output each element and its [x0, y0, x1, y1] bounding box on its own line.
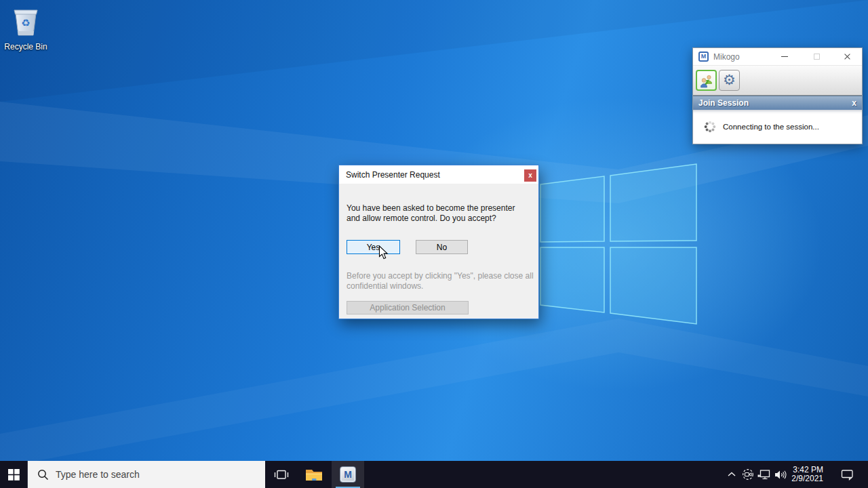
chevron-up-icon — [728, 472, 736, 477]
recycle-bin-icon: ♻ — [10, 5, 41, 38]
file-explorer-button[interactable] — [299, 461, 329, 488]
mikogo-window: M Mikogo ⚙ Join Session — [692, 47, 863, 144]
mikogo-toolbar: ⚙ — [693, 65, 862, 96]
spinner-icon — [704, 121, 716, 133]
no-button[interactable]: No — [416, 240, 468, 254]
settings-gears-icon: ⚙ — [723, 73, 736, 87]
tray-volume-button[interactable] — [772, 461, 789, 488]
dialog-note-line1: Before you accept by clicking "Yes", ple… — [347, 271, 534, 281]
recycle-bin-label: Recycle Bin — [1, 42, 50, 52]
dialog-message-line1: You have been asked to become the presen… — [347, 203, 515, 214]
panel-close-button[interactable]: x — [852, 98, 856, 108]
connection-status-text: Connecting to the session... — [723, 123, 819, 131]
close-button[interactable] — [837, 48, 856, 65]
join-session-icon — [699, 73, 714, 88]
mikogo-logo-icon: M — [698, 52, 709, 62]
close-icon — [844, 53, 851, 60]
search-icon — [37, 469, 49, 481]
dialog-close-button[interactable]: x — [524, 169, 536, 182]
task-view-button[interactable] — [267, 461, 296, 488]
minimize-icon — [781, 56, 788, 57]
tray-network-button[interactable] — [756, 461, 771, 488]
action-center-icon — [841, 469, 854, 481]
minimize-button[interactable] — [775, 48, 794, 65]
start-icon — [8, 469, 20, 481]
taskbar: M — [0, 461, 868, 488]
dialog-message: You have been asked to become the presen… — [347, 203, 515, 224]
mikogo-titlebar[interactable]: M Mikogo — [693, 48, 862, 65]
dialog-note: Before you accept by clicking "Yes", ple… — [347, 271, 534, 291]
maximize-icon — [814, 54, 820, 60]
tray-chevron-button[interactable] — [724, 461, 739, 488]
meet-now-icon — [742, 468, 754, 481]
desktop-wallpaper: ♻ Recycle Bin M Mikogo — [0, 0, 868, 488]
mikogo-window-title: Mikogo — [713, 52, 740, 62]
tray-clock[interactable]: 3:42 PM 2/9/2021 — [791, 461, 823, 488]
clock-date: 2/9/2021 — [791, 474, 823, 483]
mikogo-taskbar-icon: M — [340, 466, 356, 483]
switch-presenter-dialog: Switch Presenter Request x You have been… — [338, 165, 539, 319]
search-input[interactable] — [56, 469, 239, 480]
settings-button[interactable]: ⚙ — [719, 70, 740, 91]
network-icon — [757, 470, 770, 480]
join-session-panel-header: Join Session x — [693, 96, 862, 110]
tray-meet-now-button[interactable] — [741, 461, 755, 488]
dialog-title: Switch Presenter Request — [346, 170, 440, 180]
join-session-panel-title: Join Session — [698, 98, 749, 108]
yes-button[interactable]: Yes — [347, 240, 400, 254]
recycle-bin[interactable]: ♻ Recycle Bin — [1, 5, 50, 52]
start-button[interactable] — [0, 461, 27, 488]
svg-text:♻: ♻ — [21, 17, 30, 29]
dialog-titlebar[interactable]: Switch Presenter Request x — [339, 165, 538, 184]
maximize-button[interactable] — [807, 48, 826, 65]
cursor-arrow — [378, 245, 389, 260]
file-explorer-icon — [305, 468, 323, 482]
application-selection-button: Application Selection — [347, 301, 469, 314]
join-session-button[interactable] — [696, 70, 717, 91]
dialog-message-line2: and allow remote control. Do you accept? — [347, 214, 515, 224]
dialog-note-line2: confidential windows. — [347, 281, 534, 291]
taskbar-mikogo-button[interactable]: M — [332, 461, 364, 488]
volume-icon — [774, 470, 787, 480]
taskbar-search[interactable] — [27, 461, 265, 488]
task-view-icon — [274, 469, 289, 481]
join-session-panel-body: Connecting to the session... — [693, 110, 862, 144]
action-center-button[interactable] — [835, 461, 859, 488]
